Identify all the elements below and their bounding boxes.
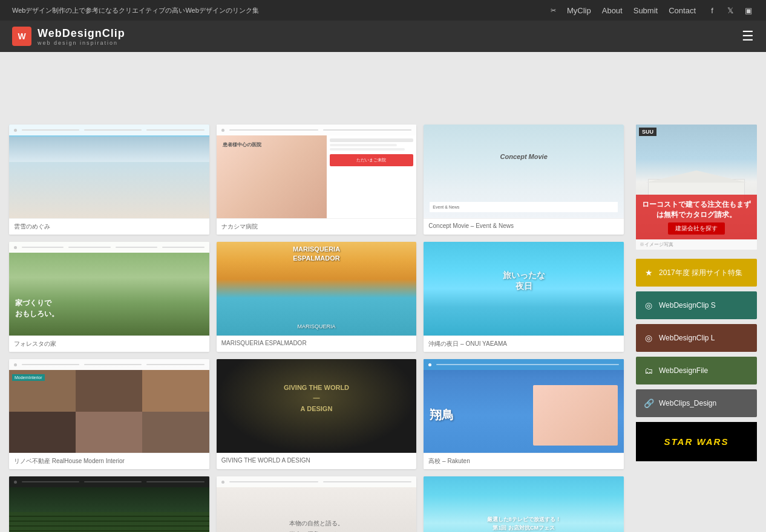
starwars-ad[interactable]: STAR WARS [636, 422, 757, 461]
submit-nav-item[interactable]: Submit [633, 6, 658, 15]
line [146, 364, 204, 365]
main-wrapper: 雲雪のめぐみ 患者様中心の医院 [0, 112, 766, 532]
grid-item-6-image: 旅いったな夜日 [424, 242, 624, 336]
grid-item-4[interactable]: 家づくりでおもしろい。 フォレスタの家 [9, 242, 209, 352]
rss-icon[interactable]: ▣ [743, 5, 754, 16]
sidebar-link-2017[interactable]: ★ 2017年度 採用サイト特集 [636, 259, 757, 287]
about-nav-item[interactable]: About [602, 6, 623, 15]
sidebar-link-label-2: WebDesignClip L [659, 334, 715, 342]
grid-item-2-image: 患者様中心の医院 ただいまご来院 [217, 125, 417, 218]
social-icons: f 𝕏 ▣ [707, 5, 754, 16]
grid-item-7-image: ModernInterior [9, 359, 209, 453]
sidebar-link-wdf[interactable]: 🗂 WebDesignFile [636, 357, 757, 384]
ad-text-overlay: ローコストで建てる注文住もまずは無料でカタログ請求。 建築会社を探す [636, 195, 757, 239]
fake-nav-2 [217, 125, 417, 135]
grid-item-8-image: GIVING THE WORLD—A DESIGN [217, 359, 417, 453]
hamburger-menu[interactable]: ☰ [742, 28, 754, 44]
grid-item-7[interactable]: ModernInterior リノベ不動産 RealHouse Modern I… [9, 359, 209, 469]
content-grid: 雲雪のめぐみ 患者様中心の医院 [9, 125, 624, 532]
line [162, 247, 204, 248]
line [84, 129, 142, 131]
line [146, 129, 204, 131]
ad-button[interactable]: 建築会社を探す [668, 222, 725, 235]
sidebar: SUU ⓘ × ローコストで建てる注文住もまずは無料でカタログ請求。 建築会社を… [636, 125, 757, 532]
grid-item-5[interactable]: MARISQUERIAESPALMADOR MARISQUERIA MARISQ… [217, 242, 417, 352]
folder-icon: 🗂 [643, 365, 654, 376]
line [229, 481, 318, 482]
grid-item-9-image: 翔鳥 [424, 359, 624, 453]
grid-item-11-image: 本物の自然と語る。岩人の垣島にいる。 [217, 476, 417, 532]
dot [428, 363, 431, 366]
logo-icon: W [12, 27, 31, 46]
fake-nav-11 [217, 476, 417, 487]
grid-item-7-label: リノベ不動産 RealHouse Modern Interior [9, 453, 209, 469]
sidebar-link-label-1: WebDesignClip S [659, 301, 716, 310]
grid-item-1[interactable]: 雲雪のめぐみ [9, 125, 209, 235]
sidebar-link-item-4[interactable]: 🔗 WebClips_Design [636, 389, 757, 417]
grid-item-10[interactable]: えちご門 [9, 476, 209, 532]
sidebar-link-wdc-l[interactable]: ◎ WebDesignClip L [636, 324, 757, 352]
line [68, 247, 110, 248]
line [229, 129, 318, 131]
sidebar-link-item-3[interactable]: 🗂 WebDesignFile [636, 357, 757, 384]
header: W WebDesignClip web design inspiration ☰ [0, 21, 766, 52]
grid-item-2[interactable]: 患者様中心の医院 ただいまご来院 ナカシマ病院 [217, 125, 417, 235]
grid-item-12[interactable]: 厳選した8テレビで放送する！第1回 お店対抗CMフェス お店対抗CMフェス [424, 476, 624, 532]
line [323, 129, 412, 131]
grid-item-1-image [9, 125, 209, 218]
sidebar-link-item-1[interactable]: ◎ WebDesignClip S [636, 291, 757, 319]
suu-badge: SUU [639, 128, 656, 136]
sidebar-link-wdc-s[interactable]: ◎ WebDesignClip S [636, 291, 757, 319]
dot [14, 246, 17, 249]
sidebar-link-label-3: WebDesignFile [659, 366, 708, 375]
grid-item-10-image [9, 476, 209, 532]
grid-item-6[interactable]: 旅いったな夜日 沖縄の夜日 – ONUI YAEAMA [424, 242, 624, 352]
fake-nav-9 [424, 359, 624, 370]
grid-item-6-label: 沖縄の夜日 – ONUI YAEAMA [424, 336, 624, 352]
logo-sub-text: web design inspiration [38, 40, 125, 46]
sidebar-link-wcd[interactable]: 🔗 WebClips_Design [636, 389, 757, 417]
sidebar-links: ★ 2017年度 採用サイト特集 ◎ WebDesignClip S ◎ Web… [636, 259, 757, 417]
top-bar: Webデザイン制作の上で参考になるクリエイティブの高いWebデザインのリンク集 … [0, 0, 766, 21]
dot [14, 363, 17, 366]
myclip-icon: ✂ [551, 7, 556, 15]
grid-area: 雲雪のめぐみ 患者様中心の医院 [9, 125, 624, 532]
myclip-nav-item[interactable]: MyClip [567, 6, 591, 15]
link-icon: 🔗 [643, 398, 654, 409]
line [22, 129, 79, 131]
line [22, 247, 64, 248]
dot [221, 481, 224, 484]
sidebar-link-label-0: 2017年度 採用サイト特集 [659, 268, 742, 278]
starwars-text: STAR WARS [664, 436, 729, 447]
wdc-l-icon: ◎ [643, 332, 654, 343]
banner-area [0, 52, 766, 112]
grid-item-9[interactable]: 翔鳥 高校 – Rakuten [424, 359, 624, 469]
top-bar-message: Webデザイン制作の上で参考になるクリエイティブの高いWebデザインのリンク集 [12, 6, 259, 15]
twitter-icon[interactable]: 𝕏 [725, 5, 736, 16]
logo-text-area: WebDesignClip web design inspiration [38, 27, 125, 46]
grid-item-8-label: GIVING THE WORLD A DESIGN [217, 453, 417, 467]
line [84, 364, 142, 365]
fake-nav-1 [9, 125, 209, 135]
grid-item-11[interactable]: 本物の自然と語る。岩人の垣島にいる。 レンゲ品種院 [217, 476, 417, 532]
sidebar-link-item-0[interactable]: ★ 2017年度 採用サイト特集 [636, 259, 757, 287]
line [116, 247, 157, 248]
dot [14, 481, 17, 484]
wdc-s-icon: ◎ [643, 300, 654, 311]
sidebar-link-item-2[interactable]: ◎ WebDesignClip L [636, 324, 757, 352]
logo-area[interactable]: W WebDesignClip web design inspiration [12, 27, 125, 46]
grid-item-2-label: ナカシマ病院 [217, 218, 417, 235]
grid-item-3[interactable]: Concept Movie Event & News Concept Movie… [424, 125, 624, 235]
sidebar-ad: SUU ⓘ × ローコストで建てる注文住もまずは無料でカタログ請求。 建築会社を… [636, 125, 757, 250]
fake-nav-7 [9, 359, 209, 370]
facebook-icon[interactable]: f [707, 5, 718, 16]
grid-item-12-image: 厳選した8テレビで放送する！第1回 お店対抗CMフェス [424, 476, 624, 532]
grid-item-4-image: 家づくりでおもしろい。 [9, 242, 209, 336]
contact-nav-item[interactable]: Contact [669, 6, 696, 15]
ad-main-text: ローコストで建てる注文住もまずは無料でカタログ請求。 [641, 199, 752, 220]
ad-footer: ※イメージ写真 [636, 239, 757, 250]
grid-item-8[interactable]: GIVING THE WORLD—A DESIGN GIVING THE WOR… [217, 359, 417, 469]
fake-nav-10 [9, 476, 209, 487]
line [436, 364, 619, 365]
ad-image: SUU ⓘ × ローコストで建てる注文住もまずは無料でカタログ請求。 建築会社を… [636, 125, 757, 239]
